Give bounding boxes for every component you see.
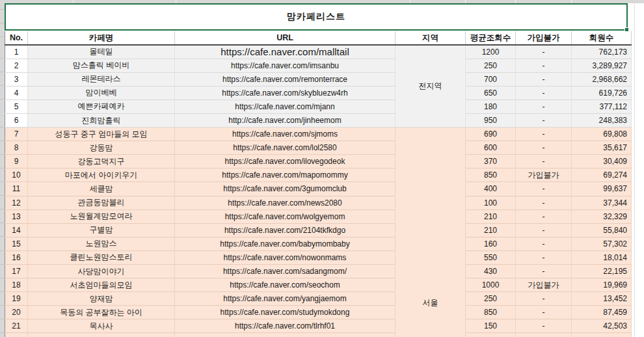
cell-members[interactable]: 37,344 — [572, 196, 632, 209]
cell-avg-views[interactable]: 100 — [466, 196, 516, 209]
cell-join-status[interactable]: - — [516, 306, 572, 319]
cell-avg-views[interactable]: 600 — [466, 141, 516, 155]
cell-no[interactable]: 18 — [5, 278, 28, 292]
cell-join-status[interactable]: - — [516, 72, 572, 86]
cell-avg-views[interactable]: 550 — [466, 250, 516, 264]
cell-avg-views[interactable]: 250 — [466, 292, 516, 306]
cell-url[interactable]: https://cafe.naver.com/mjann — [175, 100, 396, 113]
cell-cafe-name[interactable]: 몰테일 — [28, 45, 175, 59]
cell-cafe-name[interactable]: 목동의 공부잘하는 아이 — [28, 306, 175, 319]
cell-members[interactable]: 69,274 — [572, 168, 632, 182]
cell-url[interactable]: https://cafe.naver.com/remonterrace — [175, 72, 396, 86]
cell-no[interactable]: 11 — [5, 182, 28, 196]
cell-join-status[interactable]: 가입불가 — [516, 278, 572, 292]
cell-members[interactable]: 2,968,662 — [572, 72, 632, 86]
cell-no[interactable]: 19 — [5, 292, 28, 306]
cell-url[interactable]: https://cafe.naver.com/seochom — [175, 278, 396, 292]
cell-join-status[interactable]: - — [516, 196, 572, 209]
cell-members[interactable]: 13,452 — [572, 292, 632, 306]
cell-cafe-name[interactable]: 노원월계맘모여라 — [28, 209, 175, 223]
cell-members[interactable]: 22,195 — [572, 265, 632, 278]
cell-join-status[interactable]: - — [516, 209, 572, 223]
cell-no[interactable]: 17 — [5, 265, 28, 278]
cell-empty[interactable] — [5, 333, 28, 337]
cell-url[interactable]: https://cafe.naver.com/skybluezw4rh — [175, 86, 396, 100]
cell-members[interactable]: 35,617 — [572, 141, 632, 155]
cell-join-status[interactable]: - — [516, 292, 572, 306]
cell-empty[interactable] — [572, 333, 632, 337]
cell-join-status[interactable]: - — [516, 265, 572, 278]
title-cell[interactable]: 맘카페리스트 — [5, 3, 628, 31]
cell-avg-views[interactable]: 1000 — [466, 278, 516, 292]
cell-members[interactable]: 248,383 — [572, 113, 632, 127]
cell-empty[interactable] — [516, 333, 572, 337]
cell-url[interactable]: https://cafe.naver.com/nowonmams — [175, 250, 396, 264]
cell-avg-views[interactable]: 850 — [466, 306, 516, 319]
cell-cafe-name[interactable]: 레몬테라스 — [28, 72, 175, 86]
cell-no[interactable]: 16 — [5, 250, 28, 264]
col-header-views[interactable]: 평균조회수 — [466, 31, 516, 45]
cell-cafe-name[interactable]: 클린노원맘스토리 — [28, 250, 175, 264]
cell-members[interactable]: 69,808 — [572, 128, 632, 141]
cell-avg-views[interactable]: 370 — [466, 155, 516, 168]
cell-members[interactable]: 87,459 — [572, 306, 632, 319]
cell-url[interactable]: https://cafe.naver.com/tlrhf01 — [175, 319, 396, 333]
cell-no[interactable]: 7 — [5, 128, 28, 141]
cell-no[interactable]: 5 — [5, 100, 28, 113]
cell-cafe-name[interactable]: 사당맘이야기 — [28, 265, 175, 278]
cell-members[interactable]: 55,840 — [572, 223, 632, 237]
cell-cafe-name[interactable]: 관금동맘블리 — [28, 196, 175, 209]
col-header-no[interactable]: No. — [5, 31, 28, 45]
cell-url[interactable]: https://cafe.naver.com/sadangmom/ — [175, 265, 396, 278]
cell-join-status[interactable]: - — [516, 141, 572, 155]
cell-no[interactable]: 14 — [5, 223, 28, 237]
cell-url[interactable]: https://cafe.naver.com/imsanbu — [175, 59, 396, 72]
cell-no[interactable]: 8 — [5, 141, 28, 155]
cell-cafe-name[interactable]: 강동고덕지구 — [28, 155, 175, 168]
cell-no[interactable]: 9 — [5, 155, 28, 168]
cell-join-status[interactable]: - — [516, 250, 572, 264]
cell-avg-views[interactable]: 400 — [466, 182, 516, 196]
cell-avg-views[interactable]: 850 — [466, 168, 516, 182]
col-header-region[interactable]: 지역 — [396, 31, 466, 45]
col-header-url[interactable]: URL — [175, 31, 396, 45]
cell-cafe-name[interactable]: 구별맘 — [28, 223, 175, 237]
cell-url[interactable]: https://cafe.naver.com/mapomommy — [175, 168, 396, 182]
cell-members[interactable]: 18,014 — [572, 250, 632, 264]
col-header-name[interactable]: 카페명 — [28, 31, 175, 45]
cell-url[interactable]: https://cafe.naver.com/sjmoms — [175, 128, 396, 141]
cell-no[interactable]: 1 — [5, 45, 28, 59]
cell-members[interactable]: 42,503 — [572, 319, 632, 333]
cell-join-status[interactable]: - — [516, 223, 572, 237]
cell-url[interactable]: https://cafe.naver.com/wolgyemom — [175, 209, 396, 223]
cell-url[interactable]: https://cafe.naver.com/2104tkfkdgo — [175, 223, 396, 237]
cell-url[interactable]: https://cafe.naver.com/yangjaemom — [175, 292, 396, 306]
cell-cafe-name[interactable]: 노원맘스 — [28, 237, 175, 250]
cell-cafe-name[interactable]: 강동맘 — [28, 141, 175, 155]
cell-join-status[interactable]: - — [516, 182, 572, 196]
cell-members[interactable]: 57,302 — [572, 237, 632, 250]
cell-url[interactable]: http://cafe.naver.com/jinheemom — [175, 113, 396, 127]
cell-no[interactable]: 21 — [5, 319, 28, 333]
cell-members[interactable]: 99,637 — [572, 182, 632, 196]
cell-no[interactable]: 10 — [5, 168, 28, 182]
cell-no[interactable]: 2 — [5, 59, 28, 72]
cell-avg-views[interactable]: 700 — [466, 72, 516, 86]
cell-avg-views[interactable]: 150 — [466, 319, 516, 333]
cell-no[interactable]: 15 — [5, 237, 28, 250]
col-header-join[interactable]: 가입불가 — [516, 31, 572, 45]
cell-avg-views[interactable]: 950 — [466, 113, 516, 127]
cell-members[interactable]: 377,112 — [572, 100, 632, 113]
cell-members[interactable]: 19,969 — [572, 278, 632, 292]
col-header-members[interactable]: 회원수 — [572, 31, 632, 45]
cell-members[interactable]: 762,173 — [572, 45, 632, 59]
cell-cafe-name[interactable]: 맘스홀릭 베이비 — [28, 59, 175, 72]
cell-avg-views[interactable]: 690 — [466, 128, 516, 141]
cell-avg-views[interactable]: 160 — [466, 237, 516, 250]
cell-cafe-name[interactable]: 진희맘홀릭 — [28, 113, 175, 127]
cell-cafe-name[interactable]: 목사사 — [28, 319, 175, 333]
cell-no[interactable]: 3 — [5, 72, 28, 86]
cell-url[interactable]: https://cafe.naver.com/babymombaby — [175, 237, 396, 250]
cell-cafe-name[interactable]: 마포에서 아이키우기 — [28, 168, 175, 182]
cell-cafe-name[interactable]: 양재맘 — [28, 292, 175, 306]
